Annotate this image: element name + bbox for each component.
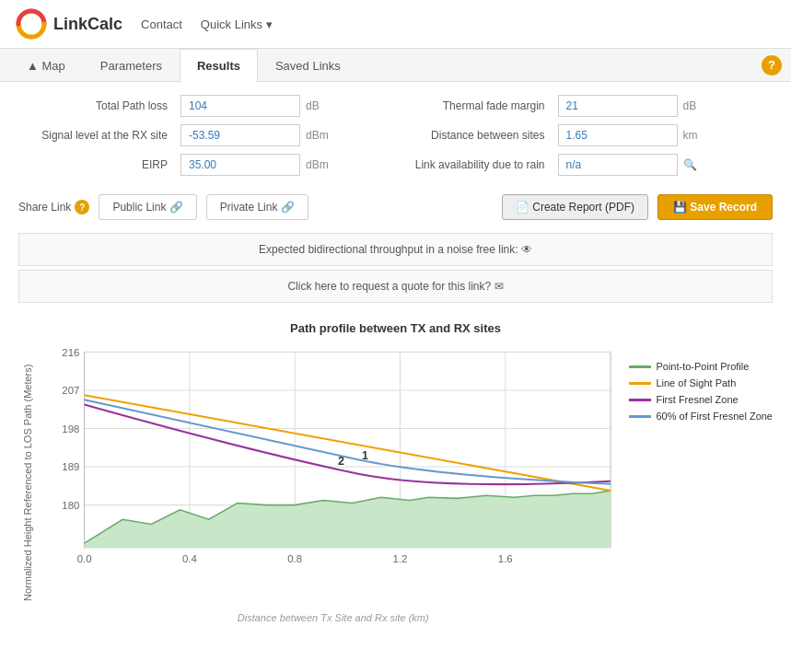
svg-text:180: 180 <box>62 500 79 511</box>
field-unit-distance: km <box>683 129 711 142</box>
legend-fresnel60: 60% of First Fresnel Zone <box>629 411 773 422</box>
share-help-icon[interactable]: ? <box>75 200 89 214</box>
svg-text:189: 189 <box>62 461 79 472</box>
field-link-availability: Link availability due to rain n/a 🔍 <box>396 150 774 180</box>
chart-legend: Point-to-Point Profile Line of Sight Pat… <box>629 342 773 623</box>
field-label-eirp: EIRP <box>18 158 175 171</box>
tabs-bar: ▲ Map Parameters Results Saved Links ? <box>0 49 791 82</box>
legend-los-label: Line of Sight Path <box>656 377 736 388</box>
tab-parameters[interactable]: Parameters <box>83 49 180 82</box>
field-label-link-availability: Link availability due to rain <box>396 158 553 171</box>
field-value-signal-level: -53.59 <box>180 124 300 146</box>
svg-text:1.2: 1.2 <box>393 553 408 564</box>
create-report-button[interactable]: 📄 Create Report (PDF) <box>502 194 648 220</box>
banner-throughput[interactable]: Expected bidirectional throughput in a n… <box>18 233 773 266</box>
field-label-total-path-loss: Total Path loss <box>18 99 175 112</box>
tab-saved-links[interactable]: Saved Links <box>258 49 358 82</box>
field-distance: Distance between sites 1.65 km <box>396 121 774 150</box>
svg-text:1.6: 1.6 <box>498 553 513 564</box>
legend-los-line <box>629 382 651 385</box>
fields-left: Total Path loss 104 dB Signal level at t… <box>18 91 396 180</box>
svg-text:0.0: 0.0 <box>77 553 92 564</box>
legend-fresnel1-label: First Fresnel Zone <box>656 394 738 405</box>
chart-y-label: Normalized Height Referenced to LOS Path… <box>18 342 37 623</box>
svg-text:0.8: 0.8 <box>287 553 302 564</box>
field-eirp: EIRP 35.00 dBm <box>18 150 396 180</box>
legend-los: Line of Sight Path <box>629 377 773 388</box>
svg-text:198: 198 <box>62 423 79 434</box>
main-content: Total Path loss 104 dB Signal level at t… <box>0 82 791 632</box>
svg-text:207: 207 <box>62 385 79 396</box>
legend-ptp-line <box>629 365 651 368</box>
field-label-signal-level: Signal level at the RX site <box>18 129 175 142</box>
svg-text:1: 1 <box>362 449 368 462</box>
chart-x-label: Distance between Tx Site and Rx site (km… <box>46 612 620 623</box>
field-unit-thermal-fade: dB <box>683 99 711 112</box>
field-unit-eirp: dBm <box>306 158 333 171</box>
logo-icon <box>15 7 48 41</box>
field-signal-level: Signal level at the RX site -53.59 dBm <box>18 121 396 150</box>
chart-section: Path profile between TX and RX sites Nor… <box>18 321 773 623</box>
legend-fresnel60-line <box>629 415 651 418</box>
chart-svg-wrapper: 216 207 198 189 180 0.0 0.4 0.8 1.2 1.6 <box>46 342 620 610</box>
svg-text:216: 216 <box>62 347 79 358</box>
field-value-total-path-loss: 104 <box>180 95 300 117</box>
chart-svg: 216 207 198 189 180 0.0 0.4 0.8 1.2 1.6 <box>46 342 620 610</box>
field-thermal-fade: Thermal fade margin 21 dB <box>396 91 774 121</box>
action-row: Share Link ? Public Link 🔗 Private Link … <box>18 191 773 224</box>
public-link-button[interactable]: Public Link 🔗 <box>99 194 196 220</box>
brand: LinkCalc <box>15 7 122 41</box>
nav-contact[interactable]: Contact <box>141 17 182 31</box>
legend-ptp: Point-to-Point Profile <box>629 361 773 372</box>
legend-fresnel1: First Fresnel Zone <box>629 394 773 405</box>
svg-text:2: 2 <box>338 455 344 468</box>
tab-results[interactable]: Results <box>180 49 258 82</box>
field-unit-total-path-loss: dB <box>306 99 333 112</box>
field-unit-signal-level: dBm <box>306 129 333 142</box>
legend-fresnel1-line <box>629 399 651 401</box>
field-label-thermal-fade: Thermal fade margin <box>396 99 553 112</box>
legend-ptp-label: Point-to-Point Profile <box>656 361 749 372</box>
field-total-path-loss: Total Path loss 104 dB <box>18 91 396 121</box>
chart-title: Path profile between TX and RX sites <box>18 321 773 335</box>
field-value-link-availability: n/a <box>558 154 678 176</box>
chart-inner: 216 207 198 189 180 0.0 0.4 0.8 1.2 1.6 <box>46 342 620 623</box>
banner-quote[interactable]: Click here to request a quote for this l… <box>18 270 773 303</box>
save-record-button[interactable]: 💾 Save Record <box>657 194 773 220</box>
fields-right: Thermal fade margin 21 dB Distance betwe… <box>396 91 774 180</box>
svg-text:0.4: 0.4 <box>182 553 198 564</box>
tab-map[interactable]: ▲ Map <box>9 49 83 82</box>
brand-name: LinkCalc <box>53 15 122 34</box>
nav-quick-links[interactable]: Quick Links ▾ <box>201 17 273 31</box>
private-link-button[interactable]: Private Link 🔗 <box>206 194 308 220</box>
help-icon[interactable]: ? <box>762 55 782 75</box>
fields-grid: Total Path loss 104 dB Signal level at t… <box>18 91 773 180</box>
search-icon[interactable]: 🔍 <box>683 158 711 171</box>
navbar: LinkCalc Contact Quick Links ▾ <box>0 0 791 49</box>
share-label: Share Link ? <box>18 200 89 214</box>
chart-container: Normalized Height Referenced to LOS Path… <box>18 342 773 623</box>
field-value-thermal-fade: 21 <box>558 95 678 117</box>
field-value-eirp: 35.00 <box>180 154 300 176</box>
legend-fresnel60-label: 60% of First Fresnel Zone <box>656 411 773 422</box>
field-label-distance: Distance between sites <box>396 129 553 142</box>
terrain-fill <box>85 491 611 548</box>
los-line <box>85 395 611 491</box>
field-value-distance: 1.65 <box>558 124 678 146</box>
